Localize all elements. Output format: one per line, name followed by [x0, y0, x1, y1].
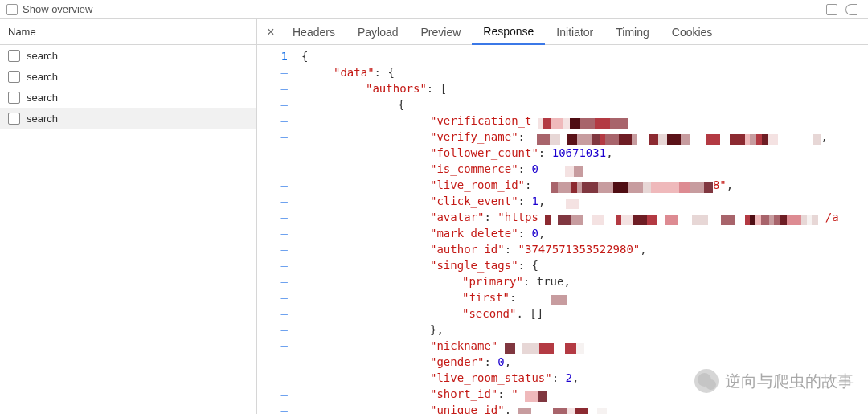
tab-payload[interactable]: Payload: [346, 19, 410, 45]
json-line: "mark_delete": 0,: [298, 225, 868, 241]
redacted-mosaic: [552, 197, 579, 207]
watermark: 逆向与爬虫的故事: [694, 369, 854, 393]
detail-tabbar: × HeadersPayloadPreviewResponseInitiator…: [257, 19, 868, 45]
json-line: "author_id": "3747571353522980",: [298, 241, 868, 257]
json-line: "click_event": 1,: [298, 193, 868, 209]
fold-dash-icon: –: [257, 289, 288, 305]
file-icon: [8, 50, 20, 62]
json-line: "nickname": [298, 338, 868, 354]
request-row-search[interactable]: search: [0, 87, 256, 108]
json-line: "follower_count": 10671031,: [298, 145, 868, 161]
toolbar-right-box-1-icon[interactable]: [826, 4, 837, 15]
request-name: search: [27, 113, 58, 125]
json-line: "live_room_id": 8",: [298, 177, 868, 193]
toolbar-right-box-2-icon[interactable]: [845, 4, 857, 15]
devtools-toolbar: Show overview: [0, 0, 868, 19]
wechat-icon: [694, 369, 719, 393]
value-faded: true: [537, 275, 564, 288]
redacted-mosaic: [523, 293, 567, 304]
tab-headers[interactable]: Headers: [281, 19, 346, 45]
redacted-mosaic: [518, 406, 607, 415]
json-line: "data": {: [298, 64, 868, 80]
fold-dash-icon: –: [257, 177, 288, 193]
fold-dash-icon: –: [257, 96, 288, 113]
sidebar-header-name[interactable]: Name: [0, 19, 256, 45]
json-line: {: [298, 96, 868, 113]
redacted-mosaic: [525, 390, 547, 400]
json-line: "primary": true,: [298, 273, 868, 289]
fold-dash-icon: –: [257, 305, 288, 322]
file-icon: [8, 71, 20, 83]
fold-dash-icon: –: [257, 129, 288, 145]
json-line: "first":: [298, 289, 868, 305]
json-line: {: [298, 48, 868, 64]
fold-dash-icon: –: [257, 161, 288, 177]
close-icon[interactable]: ×: [260, 25, 281, 39]
json-line: "authors": [: [298, 80, 868, 96]
fold-dash-icon: –: [257, 354, 288, 370]
request-row-search[interactable]: search: [0, 66, 256, 87]
response-json-viewer[interactable]: 1–––––––––––––––––––––––– {"data": {"aut…: [257, 45, 868, 414]
request-row-search[interactable]: search: [0, 45, 256, 66]
fold-dash-icon: –: [257, 273, 288, 289]
json-line: "verification_t: [298, 113, 868, 129]
redacted-mosaic: [545, 165, 583, 175]
show-overview-label[interactable]: Show overview: [23, 3, 92, 15]
fold-dash-icon: –: [257, 80, 288, 96]
request-name: search: [27, 92, 58, 104]
watermark-text: 逆向与爬虫的故事: [725, 373, 854, 389]
fold-dash-icon: –: [257, 225, 288, 241]
request-name: search: [27, 50, 58, 62]
fold-dash-icon: –: [257, 322, 288, 338]
file-icon: [8, 92, 20, 104]
fold-dash-icon: –: [257, 370, 288, 386]
json-line: "single_tags": {: [298, 257, 868, 273]
redacted-mosaic: [545, 213, 818, 223]
json-line: },: [298, 322, 868, 338]
json-line: "verify_name": ,: [298, 129, 868, 145]
fold-dash-icon: –: [257, 193, 288, 209]
redacted-mosaic: [538, 117, 628, 127]
fold-dash-icon: –: [257, 402, 288, 414]
request-row-search[interactable]: search: [0, 108, 256, 129]
line-number: 1: [257, 48, 288, 64]
redacted-mosaic: [505, 342, 584, 352]
json-line: "gender": 0,: [298, 354, 868, 370]
fold-dash-icon: –: [257, 64, 288, 80]
tab-timing[interactable]: Timing: [604, 19, 661, 45]
fold-dash-icon: –: [257, 145, 288, 161]
fold-dash-icon: –: [257, 241, 288, 257]
request-name: search: [27, 71, 58, 83]
tab-cookies[interactable]: Cookies: [661, 19, 724, 45]
tab-preview[interactable]: Preview: [410, 19, 473, 45]
redacted-mosaic: [538, 181, 713, 191]
fold-dash-icon: –: [257, 338, 288, 354]
json-line: "avatar": "https /a: [298, 209, 868, 225]
network-request-list: Name searchsearchsearchsearch: [0, 19, 257, 414]
fold-dash-icon: –: [257, 257, 288, 273]
tab-response[interactable]: Response: [472, 19, 545, 45]
fold-dash-icon: –: [257, 209, 288, 225]
fold-dash-icon: –: [257, 113, 288, 129]
fold-dash-icon: –: [257, 386, 288, 402]
json-line: "unique_id".: [298, 402, 868, 414]
redacted-mosaic: [531, 133, 821, 143]
tab-initiator[interactable]: Initiator: [545, 19, 604, 45]
json-line: "second". []: [298, 305, 868, 322]
file-icon: [8, 113, 20, 125]
json-line: "is_commerce": 0: [298, 161, 868, 177]
checkbox-empty-icon[interactable]: [6, 4, 18, 15]
